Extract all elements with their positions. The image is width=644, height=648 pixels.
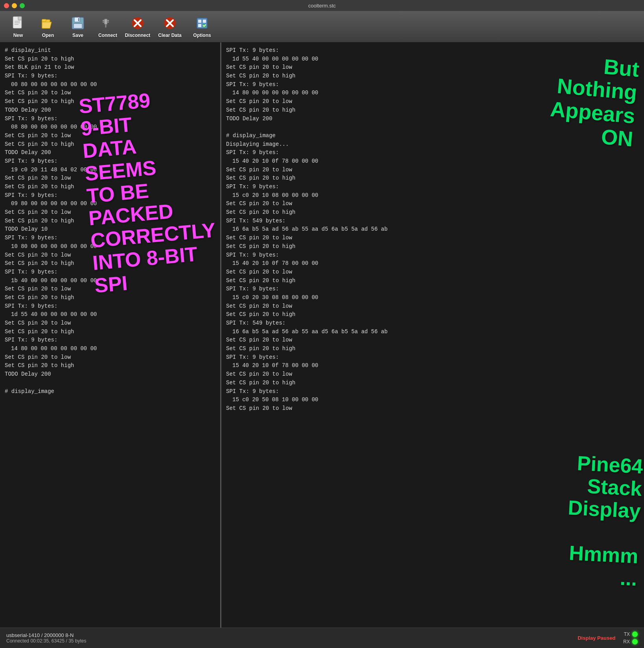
svg-rect-10 bbox=[78, 18, 79, 21]
svg-rect-24 bbox=[198, 20, 201, 23]
left-line-19: Set CS pin 20 to low bbox=[5, 208, 215, 217]
open-button[interactable]: Open bbox=[34, 13, 62, 40]
window-title: coolterm.stc bbox=[308, 3, 336, 9]
connect-label: Connect bbox=[98, 33, 117, 38]
connect-icon bbox=[100, 15, 116, 31]
terminal-right[interactable]: SPI Tx: 9 bytes: 1d 55 40 00 00 00 00 00… bbox=[221, 42, 644, 628]
tx-led-row: TX bbox=[624, 631, 638, 637]
save-label: Save bbox=[72, 33, 83, 38]
left-line-20: Set CS pin 20 to high bbox=[5, 217, 215, 226]
titlebar: coolterm.stc bbox=[0, 0, 644, 11]
left-line-38: TODO Delay 200 bbox=[5, 370, 215, 379]
left-line-11: Set CS pin 20 to high bbox=[5, 140, 215, 149]
right-line-0: SPI Tx: 9 bytes: bbox=[226, 46, 639, 55]
left-line-7: TODO Delay 200 bbox=[5, 106, 215, 115]
right-line-38: Set CS pin 20 to low bbox=[226, 370, 639, 379]
disconnect-icon bbox=[130, 15, 145, 31]
right-line-41: 15 c0 20 50 08 10 00 00 00 bbox=[226, 396, 639, 404]
left-line-17: SPI Tx: 9 bytes: bbox=[5, 191, 215, 200]
terminal-left[interactable]: # display_init Set CS pin 20 to high Set… bbox=[0, 42, 220, 628]
disconnect-button[interactable]: Disconnect bbox=[123, 13, 152, 40]
right-line-37: 15 40 20 10 0f 78 00 00 00 bbox=[226, 362, 639, 370]
right-line-34: Set CS pin 20 to low bbox=[226, 336, 639, 345]
connect-button[interactable]: Connect bbox=[94, 13, 122, 40]
right-line-3: Set CS pin 20 to high bbox=[226, 72, 639, 81]
right-line-29: 15 c0 20 30 08 08 00 00 00 bbox=[226, 294, 639, 302]
new-icon bbox=[10, 15, 26, 31]
left-line-39 bbox=[5, 379, 215, 387]
left-line-32: Set CS pin 20 to low bbox=[5, 319, 215, 328]
left-line-40: # display_image bbox=[5, 387, 215, 396]
toolbar: New Open Save bbox=[0, 11, 644, 42]
left-line-4: 00 80 00 00 00 00 00 00 00 bbox=[5, 81, 215, 89]
right-line-33: 16 6a b5 5a ad 56 ab 55 aa d5 6a b5 5a a… bbox=[226, 328, 639, 336]
rx-led bbox=[632, 639, 638, 644]
right-line-24: SPI Tx: 9 bytes: bbox=[226, 251, 639, 260]
left-line-6: Set CS pin 20 to high bbox=[5, 97, 215, 106]
right-line-13: 15 40 20 10 0f 78 00 00 00 bbox=[226, 157, 639, 166]
right-line-9 bbox=[226, 123, 639, 132]
left-line-28: Set CS pin 20 to low bbox=[5, 285, 215, 294]
right-line-25: 15 40 20 10 0f 78 00 00 00 bbox=[226, 259, 639, 268]
left-line-33: Set CS pin 20 to high bbox=[5, 328, 215, 336]
right-line-18: Set CS pin 20 to low bbox=[226, 200, 639, 208]
svg-rect-9 bbox=[74, 24, 82, 28]
right-line-40: SPI Tx: 9 bytes: bbox=[226, 387, 639, 396]
left-line-9: 08 80 00 00 00 00 00 00 00 bbox=[5, 123, 215, 132]
left-line-37: Set CS pin 20 to high bbox=[5, 362, 215, 370]
right-line-27: Set CS pin 20 to high bbox=[226, 277, 639, 285]
window-controls bbox=[4, 3, 25, 8]
right-line-32: SPI Tx: 549 bytes: bbox=[226, 319, 639, 328]
left-line-27: 1b 40 00 00 00 00 00 00 00 bbox=[5, 277, 215, 285]
right-line-31: Set CS pin 20 to high bbox=[226, 310, 639, 319]
statusbar-info: usbserial-1410 / 2000000 8-N Connected 0… bbox=[6, 632, 570, 644]
new-button[interactable]: New bbox=[4, 13, 32, 40]
svg-rect-25 bbox=[203, 20, 206, 23]
annotation-right-bottom-text: Pine64StackDisplayHmmm... bbox=[564, 452, 644, 590]
right-line-12: SPI Tx: 9 bytes: bbox=[226, 149, 639, 157]
options-icon bbox=[194, 15, 210, 31]
open-label: Open bbox=[42, 33, 54, 38]
options-label: Options bbox=[193, 33, 211, 38]
left-line-21: TODO Delay 10 bbox=[5, 225, 215, 234]
left-line-29: Set CS pin 20 to high bbox=[5, 294, 215, 302]
connection-info: usbserial-1410 / 2000000 8-N bbox=[6, 632, 570, 638]
right-line-19: Set CS pin 20 to high bbox=[226, 208, 639, 217]
tx-label: TX bbox=[624, 631, 630, 637]
left-line-30: SPI Tx: 9 bytes: bbox=[5, 302, 215, 311]
clear-data-button[interactable]: Clear Data bbox=[153, 13, 186, 40]
left-line-36: Set CS pin 20 to low bbox=[5, 353, 215, 362]
left-line-1: Set CS pin 20 to high bbox=[5, 55, 215, 64]
left-line-25: Set CS pin 20 to high bbox=[5, 259, 215, 268]
left-line-12: TODO Delay 200 bbox=[5, 149, 215, 157]
right-line-21: 16 6a b5 5a ad 56 ab 55 aa d5 6a b5 5a a… bbox=[226, 225, 639, 234]
rx-led-row: RX bbox=[623, 639, 638, 644]
right-line-20: SPI Tx: 549 bytes: bbox=[226, 217, 639, 226]
right-line-36: SPI Tx: 9 bytes: bbox=[226, 353, 639, 362]
left-line-18: 09 80 00 00 00 00 00 00 00 bbox=[5, 200, 215, 208]
left-line-3: SPI Tx: 9 bytes: bbox=[5, 72, 215, 81]
open-icon bbox=[40, 15, 56, 31]
left-line-24: Set CS pin 20 to low bbox=[5, 251, 215, 260]
right-line-39: Set CS pin 20 to high bbox=[226, 379, 639, 387]
svg-rect-6 bbox=[42, 19, 46, 22]
save-button[interactable]: Save bbox=[64, 13, 92, 40]
display-paused-label: Display Paused bbox=[578, 635, 615, 641]
disconnect-label: Disconnect bbox=[125, 33, 151, 38]
left-line-26: SPI Tx: 9 bytes: bbox=[5, 268, 215, 277]
minimize-button[interactable] bbox=[12, 3, 17, 8]
left-line-15: Set CS pin 20 to low bbox=[5, 174, 215, 183]
right-line-26: Set CS pin 20 to low bbox=[226, 268, 639, 277]
right-line-7: Set CS pin 20 to high bbox=[226, 106, 639, 115]
close-button[interactable] bbox=[4, 3, 9, 8]
new-label: New bbox=[13, 33, 23, 38]
right-line-8: TODO Delay 200 bbox=[226, 115, 639, 123]
right-line-1: 1d 55 40 00 00 00 00 00 00 bbox=[226, 55, 639, 64]
options-button[interactable]: Options bbox=[188, 13, 216, 40]
maximize-button[interactable] bbox=[20, 3, 25, 8]
right-line-6: Set CS pin 20 to low bbox=[226, 97, 639, 106]
connected-status: Connected 00:02:35, 63425 / 35 bytes bbox=[6, 638, 570, 644]
left-line-16: Set CS pin 20 to high bbox=[5, 183, 215, 191]
left-line-14: 19 c0 20 11 48 04 02 00 00 bbox=[5, 166, 215, 174]
right-line-22: Set CS pin 20 to low bbox=[226, 234, 639, 242]
